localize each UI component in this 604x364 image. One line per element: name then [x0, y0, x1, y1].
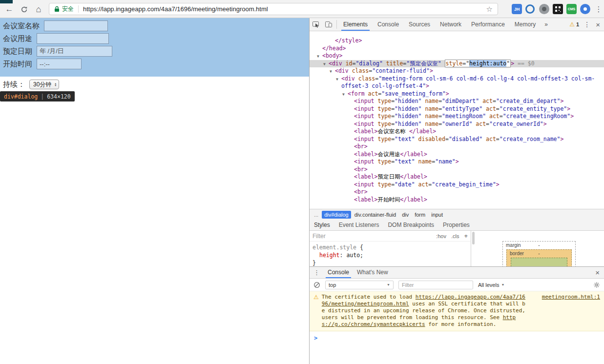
attribute-edit-box[interactable]: style="height:auto": [445, 60, 511, 67]
expand-arrow-icon[interactable]: ▼: [336, 76, 338, 83]
side-tab-properties[interactable]: Properties: [438, 220, 474, 230]
back-button[interactable]: ←: [3, 3, 16, 16]
expand-arrow-icon[interactable]: ▼: [330, 68, 332, 76]
side-tab-dom-breakpoints[interactable]: DOM Breakpoints: [383, 220, 438, 230]
reload-button[interactable]: [18, 3, 30, 16]
inspect-element-icon[interactable]: [310, 18, 322, 31]
start-time-input[interactable]: --:--: [37, 59, 82, 69]
date-input[interactable]: 年 /月/日: [37, 46, 112, 57]
styles-filter-input[interactable]: Filter: [312, 233, 326, 240]
form-row: 会议用途: [3, 33, 109, 44]
room-name-input[interactable]: [44, 20, 108, 31]
css-property[interactable]: height: [319, 252, 340, 259]
duration-select[interactable]: 30分钟 ▲▼: [29, 80, 59, 89]
style-selector[interactable]: element.style: [312, 244, 356, 251]
devtools-close-icon[interactable]: ×: [595, 20, 604, 29]
chevron-down-icon: ▼: [387, 283, 390, 286]
purpose-input[interactable]: [37, 33, 109, 44]
breadcrumb-item[interactable]: form: [412, 211, 428, 219]
browser-menu-button[interactable]: ⋮: [594, 3, 604, 16]
extension-icon-blue-ring[interactable]: [525, 4, 535, 14]
lock-icon: [54, 6, 60, 12]
execution-context-select[interactable]: top ▼: [325, 281, 394, 289]
dom-tree-line[interactable]: <input type="hidden" name="entityType" a…: [310, 105, 604, 113]
devtools-tabs: ElementsConsoleSourcesNetworkPerformance…: [338, 18, 541, 31]
dom-tree-line[interactable]: <label>预定日期</label>: [310, 173, 604, 181]
breadcrumb-item[interactable]: input: [429, 211, 445, 219]
dom-tree-line[interactable]: <input type="hidden" name="meetingRoom" …: [310, 113, 604, 121]
dt-tab-elements[interactable]: Elements: [338, 18, 373, 31]
expand-arrow-icon[interactable]: ▼: [317, 53, 319, 61]
dom-tree-line[interactable]: <label>开始时间</label>: [310, 196, 604, 204]
console-settings-icon[interactable]: [593, 282, 600, 288]
dt-tab-memory[interactable]: Memory: [510, 18, 541, 31]
address-bar[interactable]: 安全 https://lapp.ingageapp.com/4aa7/1696/…: [49, 3, 498, 15]
dom-tree-line[interactable]: ▼<div class="container-fluid">: [310, 67, 604, 75]
home-button[interactable]: ⌂: [32, 3, 45, 16]
extension-icon-gray-circle[interactable]: [539, 4, 549, 14]
box-model[interactable]: margin - border -: [474, 231, 604, 266]
dom-tree-line[interactable]: <label>会议室名称 </label>: [310, 128, 604, 136]
toggle-class-button[interactable]: .cls: [451, 233, 459, 239]
expand-arrow-icon[interactable]: ▼: [342, 91, 345, 99]
dom-tree-line[interactable]: <br>: [310, 143, 604, 151]
box-model-border[interactable]: border -: [506, 249, 572, 266]
extension-icon-qr[interactable]: [553, 4, 563, 14]
breadcrumb-item[interactable]: ...: [312, 211, 321, 219]
console-source-link[interactable]: meetingroom.html:1: [530, 294, 600, 328]
console-drawer: ⋮ ConsoleWhat's New × top ▼ Filter: [310, 266, 604, 364]
dom-tree-line[interactable]: <input type="hidden" name="ownerId" act=…: [310, 121, 604, 128]
console-prompt[interactable]: >: [310, 331, 604, 342]
dom-tree-line-selected[interactable]: ▼<div id="dialog" title="预定会议室" style="h…: [310, 60, 604, 68]
expand-arrow-icon[interactable]: ▼: [323, 61, 326, 68]
console-filter-input[interactable]: Filter: [398, 281, 473, 289]
clear-console-icon[interactable]: [313, 282, 320, 288]
margin-top-value[interactable]: -: [538, 243, 540, 248]
issues-warning-badge[interactable]: ⚠ 1: [569, 21, 579, 28]
dom-tree-line[interactable]: <input type="hidden" name="dimDepart" ac…: [310, 98, 604, 105]
dt-tab-console[interactable]: Console: [373, 18, 404, 31]
dt-tab-performance[interactable]: Performance: [466, 18, 510, 31]
elements-tree: </style></head>▼<body>▼<div id="dialog" …: [310, 31, 604, 209]
box-model-padding[interactable]: [511, 258, 567, 266]
dom-tree-line[interactable]: <input type="text" disabled="disabled" a…: [310, 136, 604, 143]
dom-tree-line[interactable]: <br>: [310, 166, 604, 174]
devtools-menu-icon[interactable]: ⋮: [579, 20, 595, 28]
breadcrumb: ...div#dialogdiv.container-fluiddivformi…: [310, 209, 604, 220]
c-tab-what-s-new[interactable]: What's New: [353, 267, 392, 278]
dom-tree-line[interactable]: ▼<body>: [310, 52, 604, 60]
breadcrumb-item[interactable]: div#dialog: [322, 211, 351, 219]
dom-tree-line[interactable]: ▼<div class="meeting-form col-sm-6 col-m…: [310, 75, 604, 90]
side-tab-styles[interactable]: Styles: [310, 220, 334, 230]
dt-tab-sources[interactable]: Sources: [404, 18, 435, 31]
css-value[interactable]: auto: [346, 252, 360, 259]
extension-icon-jh[interactable]: JH: [512, 4, 522, 14]
dom-tree-line[interactable]: <input type="text" name="name">: [310, 158, 604, 166]
dt-tab-network[interactable]: Network: [435, 18, 466, 31]
extension-icon-cms[interactable]: CMS: [566, 4, 577, 14]
bookmark-star-icon[interactable]: ☆: [486, 5, 493, 14]
log-levels-select[interactable]: All levels ▼: [478, 282, 504, 288]
url-text[interactable]: https://lapp.ingageapp.com/4aa7/1696/mee…: [83, 5, 268, 13]
drawer-menu-icon[interactable]: ⋮: [310, 269, 324, 276]
extension-icon-blue-circle[interactable]: [580, 4, 590, 14]
c-tab-console[interactable]: Console: [324, 267, 353, 278]
dom-tree-line[interactable]: ▼<form act="save_meeting_form">: [310, 90, 604, 98]
toggle-hover-state-button[interactable]: :hov: [436, 233, 446, 239]
side-tab-event-listeners[interactable]: Event Listeners: [334, 220, 384, 230]
box-model-margin[interactable]: margin - border -: [502, 241, 576, 266]
dom-tree-line[interactable]: <label>会议用途</label>: [310, 151, 604, 159]
date-label: 预定日期: [3, 47, 32, 56]
breadcrumb-item[interactable]: div.container-fluid: [352, 211, 398, 219]
drawer-close-icon[interactable]: ×: [591, 268, 604, 277]
breadcrumb-item[interactable]: div: [399, 211, 411, 219]
more-tabs-button[interactable]: »: [541, 21, 552, 28]
dom-tree-line[interactable]: </head>: [310, 45, 604, 53]
dom-tree-line[interactable]: <input type="date" act="create_begin_tim…: [310, 181, 604, 189]
new-style-rule-button[interactable]: +: [464, 232, 468, 240]
dom-tree-line[interactable]: </style>: [310, 37, 604, 45]
device-toolbar-icon[interactable]: [322, 18, 335, 31]
border-top-value[interactable]: -: [538, 251, 540, 256]
form-row: 会议室名称: [3, 20, 108, 32]
dom-tree-line[interactable]: <br>: [310, 188, 604, 196]
